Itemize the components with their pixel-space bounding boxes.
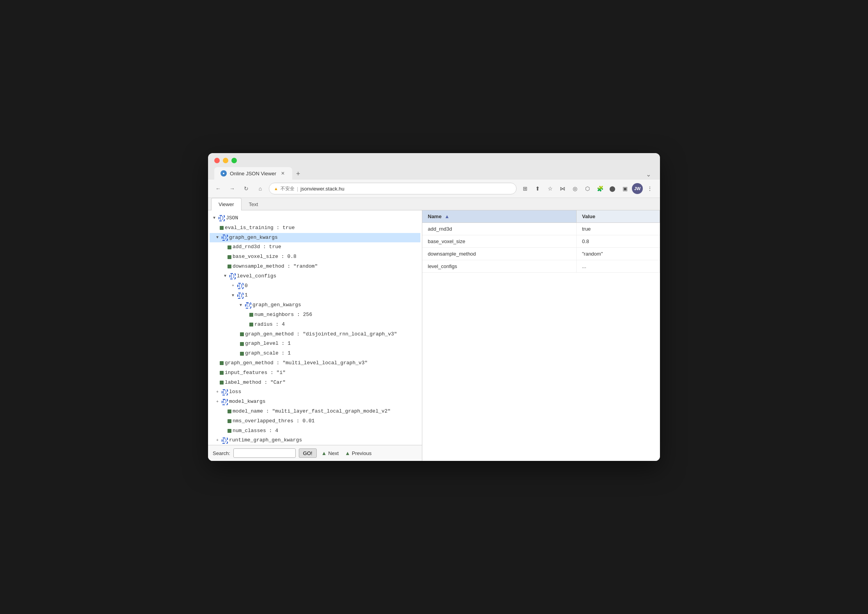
object-icon: {}: [237, 283, 243, 289]
row-name-cell: base_voxel_size: [422, 235, 576, 248]
profile-button[interactable]: JW: [632, 183, 643, 194]
toggle[interactable]: ▼: [214, 235, 221, 241]
settings-icon2[interactable]: ⬡: [582, 183, 593, 194]
toggle[interactable]: ▼: [238, 302, 244, 309]
minimize-button[interactable]: [223, 158, 228, 163]
json-table: Name ▲ Value add_rnd3d true base_voxel_s…: [422, 210, 660, 273]
list-item[interactable]: graph_level : 1: [210, 339, 420, 349]
list-item[interactable]: ▼ {} graph_gen_kwargs: [210, 233, 420, 243]
list-item[interactable]: ▼ [] level_configs: [210, 272, 420, 281]
toggle[interactable]: +: [230, 283, 236, 289]
back-button[interactable]: ←: [213, 183, 224, 194]
list-item[interactable]: add_rnd3d : true: [210, 242, 420, 252]
list-item[interactable]: + {} model_kwargs: [210, 397, 420, 407]
reload-button[interactable]: ↻: [241, 183, 252, 194]
leaf-icon: [228, 419, 231, 423]
list-item[interactable]: graph_scale : 1: [210, 349, 420, 358]
favorites-icon[interactable]: ⋈: [557, 183, 568, 194]
browser-window: ● Online JSON Viewer ✕ + ⌄ ← → ↻ ⌂ ▲ 不安全…: [208, 153, 660, 461]
item-text: loss: [229, 388, 241, 396]
object-icon: {}: [222, 389, 228, 395]
new-tab-button[interactable]: +: [293, 168, 303, 180]
list-item[interactable]: graph_gen_method : "multi_level_local_gr…: [210, 358, 420, 368]
toggle[interactable]: +: [214, 399, 221, 405]
leaf-icon: [240, 342, 244, 346]
title-bar: ● Online JSON Viewer ✕ + ⌄: [208, 153, 660, 180]
translate-icon[interactable]: ⊞: [520, 183, 531, 194]
tab-viewer[interactable]: Viewer: [211, 198, 242, 210]
toggle[interactable]: ▼: [230, 293, 236, 299]
list-item[interactable]: graph_gen_method : "disjointed_rnn_local…: [210, 330, 420, 339]
row-name-cell: downsample_method: [422, 248, 576, 260]
list-item[interactable]: input_features : "i": [210, 368, 420, 378]
json-tree-panel: ▼ {} JSON eval_is_training : true ▼: [208, 210, 422, 461]
tab-title: Online JSON Viewer: [230, 171, 276, 176]
list-item[interactable]: radius : 4: [210, 320, 420, 330]
active-tab[interactable]: ● Online JSON Viewer ✕: [214, 167, 292, 180]
object-icon: {}: [245, 302, 251, 309]
address-bar[interactable]: ▲ 不安全 | jsonviewer.stack.hu: [269, 183, 517, 194]
next-button[interactable]: ▲ Next: [320, 449, 340, 457]
value-column-header[interactable]: Value: [576, 210, 660, 223]
puzzle-icon[interactable]: ⬤: [607, 183, 618, 194]
leaf-icon: [220, 381, 224, 385]
item-text: downsample_method : "random": [233, 263, 318, 271]
list-item[interactable]: model_name : "multi_layer_fast_local_gra…: [210, 407, 420, 416]
close-button[interactable]: [214, 158, 220, 163]
item-text: model_name : "multi_layer_fast_local_gra…: [233, 408, 391, 416]
table-row: level_configs ...: [422, 260, 660, 273]
item-text: eval_is_training : true: [225, 224, 295, 232]
tree-root[interactable]: ▼ {} JSON: [210, 213, 420, 223]
tab-text[interactable]: Text: [242, 198, 266, 210]
list-item[interactable]: ▼ {} graph_gen_kwargs: [210, 300, 420, 310]
item-text: graph_level : 1: [245, 340, 291, 348]
list-item[interactable]: ▼ {} 1: [210, 291, 420, 300]
search-input[interactable]: [233, 448, 296, 458]
list-item[interactable]: downsample_method : "random": [210, 262, 420, 272]
list-item[interactable]: num_classes : 4: [210, 426, 420, 436]
url-display: jsonviewer.stack.hu: [300, 186, 344, 192]
sidebar-toggle[interactable]: ▣: [619, 183, 630, 194]
prev-arrow-icon: ▲: [345, 450, 350, 456]
previous-label: Previous: [352, 450, 372, 456]
row-value-cell: 0.8: [576, 235, 660, 248]
list-item[interactable]: + {} loss: [210, 387, 420, 397]
item-text: nms_overlapped_thres : 0.01: [233, 417, 315, 425]
extensions-icon[interactable]: 🧩: [595, 183, 605, 194]
tabs-menu-button[interactable]: ⌄: [643, 169, 654, 180]
bookmark-icon[interactable]: ☆: [545, 183, 556, 194]
security-warning: ▲: [274, 186, 278, 191]
previous-button[interactable]: ▲ Previous: [343, 449, 373, 457]
item-text: input_features : "i": [225, 369, 286, 377]
table-row: base_voxel_size 0.8: [422, 235, 660, 248]
item-text: graph_scale : 1: [245, 349, 291, 358]
list-item[interactable]: label_method : "Car": [210, 378, 420, 388]
item-text: graph_gen_kwargs: [229, 234, 278, 242]
leaf-icon: [240, 352, 244, 356]
maximize-button[interactable]: [231, 158, 237, 163]
leaf-icon: [220, 226, 224, 230]
object-icon: {}: [222, 399, 228, 405]
forward-button[interactable]: →: [227, 183, 238, 194]
toggle[interactable]: +: [214, 438, 221, 444]
name-column-header[interactable]: Name ▲: [422, 210, 576, 223]
list-item[interactable]: nms_overlapped_thres : 0.01: [210, 416, 420, 426]
list-item[interactable]: num_neighbors : 256: [210, 310, 420, 320]
viewer-tab-bar: Viewer Text: [208, 198, 660, 210]
collections-icon[interactable]: ◎: [570, 183, 580, 194]
list-item[interactable]: + {} runtime_graph_gen_kwargs: [210, 436, 420, 445]
traffic-lights: [214, 158, 654, 163]
search-go-button[interactable]: GO!: [299, 448, 317, 458]
list-item[interactable]: base_voxel_size : 0.8: [210, 252, 420, 262]
tab-close-button[interactable]: ✕: [280, 170, 286, 176]
menu-button[interactable]: ⋮: [644, 183, 655, 194]
share-icon[interactable]: ⬆: [532, 183, 543, 194]
search-label: Search:: [213, 450, 230, 456]
toggle[interactable]: ▼: [222, 273, 228, 279]
toggle[interactable]: +: [214, 389, 221, 395]
root-toggle[interactable]: ▼: [211, 215, 217, 221]
item-text: label_method : "Car": [225, 379, 286, 387]
home-button[interactable]: ⌂: [255, 183, 266, 194]
list-item[interactable]: + {} 0: [210, 281, 420, 291]
list-item[interactable]: eval_is_training : true: [210, 223, 420, 233]
